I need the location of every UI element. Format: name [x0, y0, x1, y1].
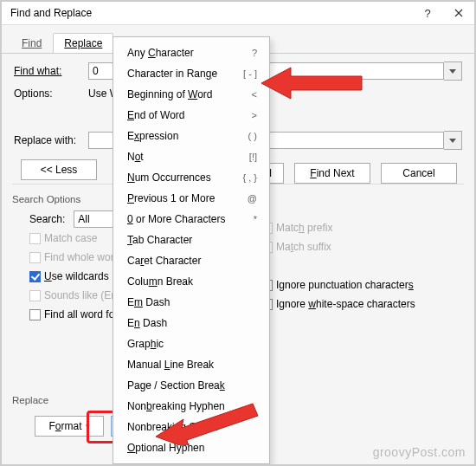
special-menu-item[interactable]: 0 or More Characters* [113, 209, 269, 230]
special-menu-item[interactable]: Not[!] [113, 146, 269, 167]
format-button[interactable]: Format▾ [35, 416, 104, 437]
find-next-button[interactable]: Find Next [294, 163, 370, 184]
whole-words-check [29, 252, 41, 263]
help-icon[interactable]: ? [412, 2, 443, 24]
match-suffix-label: Match suffix [276, 241, 331, 253]
tab-find[interactable]: Find [10, 33, 53, 53]
special-menu-item[interactable]: Previous 1 or More@ [113, 188, 269, 209]
special-menu-item[interactable]: Manual Line Break [113, 354, 269, 375]
use-wildcards-check[interactable] [29, 271, 41, 282]
special-menu-item[interactable]: Optional Hyphen [113, 437, 269, 458]
special-menu-item[interactable]: Expression( ) [113, 126, 269, 146]
replace-with-dropdown[interactable] [444, 131, 462, 150]
special-menu-item[interactable]: Column Break [113, 271, 269, 292]
special-menu-item[interactable]: Caret Character [113, 250, 269, 271]
match-case-label: Match case [44, 232, 97, 244]
special-menu-item[interactable]: Page / Section Break [113, 375, 269, 396]
watermark: groovyPost.com [373, 445, 466, 459]
special-menu-item[interactable]: Nonbreaking Space [113, 417, 269, 437]
ignore-punct-label: Ignore punctuation characters [276, 279, 414, 291]
special-menu-item[interactable]: Nonbreaking Hyphen [113, 396, 269, 417]
replace-with-label: Replace with: [14, 134, 88, 146]
special-menu-item[interactable]: En Dash [113, 313, 269, 333]
less-button[interactable]: << Less [21, 159, 97, 180]
replace-group-label: Replace [12, 395, 48, 405]
special-menu: Any Character?Character in Range[ - ]Beg… [113, 36, 270, 464]
cancel-button[interactable]: Cancel [381, 163, 457, 184]
special-menu-item[interactable]: Graphic [113, 333, 269, 354]
match-prefix-label: Match prefix [276, 222, 332, 234]
special-menu-item[interactable]: Em Dash [113, 292, 269, 313]
find-what-label: Find what: [14, 65, 88, 77]
use-wildcards-label: Use wildcards [44, 270, 109, 282]
options-label: Options: [14, 87, 88, 100]
tab-replace[interactable]: Replace [53, 33, 113, 53]
special-menu-item[interactable]: End of Word> [113, 105, 269, 126]
search-direction-label: Search: [29, 213, 65, 225]
special-menu-item[interactable]: Character in Range[ - ] [113, 63, 269, 84]
special-menu-item[interactable]: Tab Character [113, 230, 269, 250]
ignore-ws-label: Ignore white-space characters [276, 298, 415, 310]
special-menu-item[interactable]: Num Occurrences{ , } [113, 167, 269, 188]
special-menu-item[interactable]: Beginning of Word< [113, 84, 269, 105]
special-menu-item[interactable]: Any Character? [113, 42, 269, 63]
window-title: Find and Replace [10, 7, 412, 19]
all-word-forms-check[interactable] [29, 309, 41, 320]
match-case-check [29, 233, 41, 244]
sounds-like-check [29, 290, 41, 301]
close-icon[interactable] [443, 2, 474, 24]
title-bar: Find and Replace ? [2, 2, 474, 25]
find-what-dropdown[interactable] [444, 61, 462, 81]
